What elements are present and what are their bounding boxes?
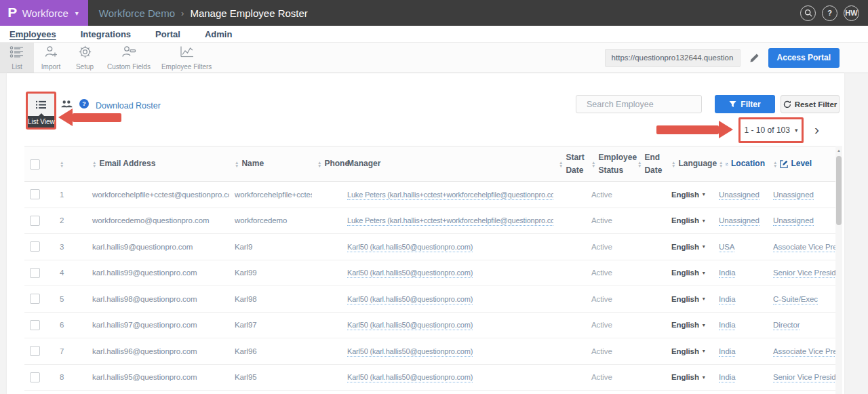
location-link[interactable]: India [719,295,735,304]
level-link[interactable]: Senior Vice President/VP [773,269,835,278]
location-link[interactable]: India [719,321,735,330]
tab-portal[interactable]: Portal [155,29,180,39]
row-checkbox[interactable] [30,346,40,356]
start-date-cell [553,338,586,365]
col-header-employee-status[interactable]: ▲▼Employee Status [586,146,632,182]
col-header-email[interactable]: ▲▼Email Address [87,146,229,182]
level-link[interactable]: C-Suite/Exec [773,295,818,304]
toolbar-list-button[interactable]: List [0,43,34,73]
language-dropdown[interactable]: English▾ [671,216,705,224]
manager-link[interactable]: Karl50 (karl.hallis50@questionpro.com) [347,347,473,357]
search-employee-input[interactable] [587,100,696,109]
top-bar: P Workforce ▾ Workforce Demo › Manage Em… [0,0,868,26]
location-link[interactable]: India [719,373,735,382]
col-header-manager[interactable]: Manager [342,146,553,182]
col-header-end-date[interactable]: ▲▼End Date [632,146,666,182]
manager-link[interactable]: Karl50 (karl.hallis50@questionpro.com) [347,373,473,382]
start-date-cell [553,286,586,313]
scrollbar-thumb[interactable] [836,156,842,225]
location-link[interactable]: USA [719,243,734,252]
location-link[interactable]: Unassigned [719,216,760,226]
end-date-cell [632,286,666,313]
col-header-language[interactable]: ▲▼Language [666,146,713,182]
table-row: 3 karl.hallis9@questionpro.com Karl9 Kar… [24,234,835,260]
col-header-phone[interactable]: ▲▼Phone [312,146,342,182]
portal-url-input[interactable] [605,49,741,67]
col-header-level[interactable]: ▲▼Level [768,146,835,182]
row-checkbox[interactable] [30,216,40,226]
row-checkbox[interactable] [30,189,40,199]
manager-link[interactable]: Karl50 (karl.hallis50@questionpro.com) [347,269,473,278]
level-link[interactable]: Unassigned [773,191,814,200]
access-portal-button[interactable]: Access Portal [768,48,840,68]
next-page-button[interactable]: › [814,120,819,139]
toolbar-employee-filters-button[interactable]: Employee Filters [156,43,217,73]
language-dropdown[interactable]: English▾ [671,347,705,355]
start-date-cell [553,182,586,208]
level-link[interactable]: Unassigned [773,216,814,226]
tab-integrations[interactable]: Integrations [81,29,131,39]
reset-filter-button[interactable]: Reset Filter [781,95,840,113]
email-cell: karl.hallis97@questionpro.com [87,312,229,338]
scrollbar-up-arrow-icon[interactable]: ▲ [835,146,842,155]
manager-link[interactable]: Luke Peters (karl.hallis+cctest+workforc… [347,216,553,226]
tab-employees[interactable]: Employees [9,29,56,39]
manager-link[interactable]: Karl50 (karl.hallis50@questionpro.com) [347,295,473,304]
language-dropdown[interactable]: English▾ [671,243,705,251]
location-link[interactable]: Unassigned [719,191,760,200]
download-roster-link[interactable]: Download Roster [96,101,161,111]
language-dropdown[interactable]: English▾ [671,373,705,381]
col-header-location[interactable]: ▲▼Location [713,146,768,182]
chart-line-icon [179,45,194,58]
manager-link[interactable]: Karl50 (karl.hallis50@questionpro.com) [347,321,473,330]
breadcrumb: Workforce Demo › Manage Employee Roster [99,7,308,19]
email-cell: karl.hallis95@questionpro.com [87,364,229,391]
help-bubble-icon[interactable]: ? [79,99,89,109]
avatar[interactable]: HW [844,5,859,21]
email-cell: karl.hallis99@questionpro.com [87,260,229,286]
email-cell: workforcehelpfile+cctest@questionpro.com [87,182,229,208]
help-button[interactable]: ? [822,5,837,21]
filter-button[interactable]: Filter [715,95,775,113]
row-checkbox[interactable] [30,294,40,304]
row-checkbox[interactable] [30,372,40,382]
row-checkbox[interactable] [30,241,40,252]
col-header-number[interactable]: ▲▼ [54,146,87,182]
row-checkbox[interactable] [30,268,40,278]
breadcrumb-parent[interactable]: Workforce Demo [99,7,175,19]
col-header-start-date[interactable]: ▲▼Start Date [553,146,586,182]
language-dropdown[interactable]: English▾ [671,191,705,199]
sort-icon: ▲▼ [671,161,675,168]
end-date-cell [632,364,666,391]
level-link[interactable]: Senior Vice President/VP [773,373,835,382]
global-search-button[interactable] [800,5,816,21]
edit-pencil-icon[interactable] [749,53,760,63]
name-cell: workforcedemo [229,208,312,234]
caret-down-icon: ▾ [703,270,705,276]
level-link[interactable]: Associate Vice President [773,347,835,357]
tab-admin[interactable]: Admin [205,29,232,39]
toolbar-setup-button[interactable]: Setup [68,43,102,73]
col-header-name[interactable]: ▲▼Name [229,146,312,182]
row-checkbox[interactable] [30,320,40,330]
manager-link[interactable]: Karl50 (karl.hallis50@questionpro.com) [347,243,473,252]
annotation-arrow-left-icon [58,109,121,126]
language-dropdown[interactable]: English▾ [671,321,705,329]
workforce-app-switcher[interactable]: P Workforce ▾ [0,0,88,26]
pagination-range-dropdown[interactable]: 1 - 10 of 103 ▾ [738,117,804,143]
select-all-checkbox[interactable] [30,159,40,170]
phone-cell [312,338,342,365]
level-link[interactable]: Associate Vice President [773,243,835,252]
level-link[interactable]: Director [773,321,800,330]
toolbar-import-button[interactable]: Import [34,43,68,73]
vertical-scrollbar[interactable]: ▲ [835,146,842,394]
location-link[interactable]: India [719,347,735,357]
location-link[interactable]: India [719,269,735,278]
manager-link[interactable]: Luke Peters (karl.hallis+cctest+workforc… [347,191,553,200]
language-dropdown[interactable]: English▾ [671,295,705,303]
group-icon[interactable] [61,100,73,109]
caret-down-icon: ▾ [703,218,705,224]
table-row: 4 karl.hallis99@questionpro.com Karl99 K… [24,260,835,286]
toolbar-custom-fields-button[interactable]: Custom Fields [102,43,156,73]
language-dropdown[interactable]: English▾ [671,269,705,277]
